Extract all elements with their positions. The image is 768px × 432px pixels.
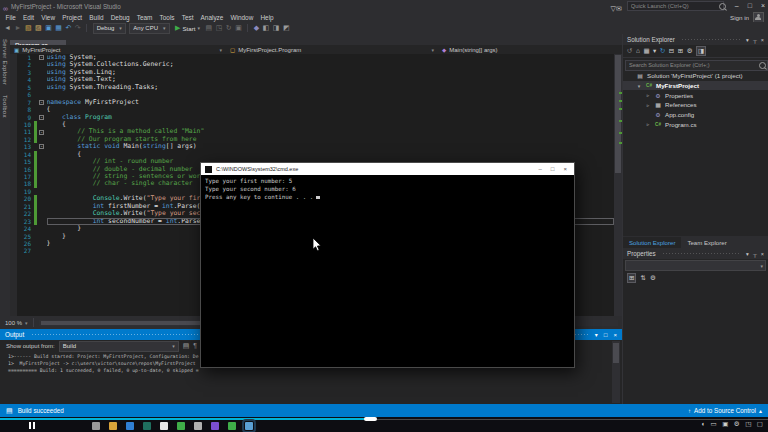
code-line-14[interactable]: 14 { xyxy=(10,151,614,158)
code-line-5[interactable]: 5using System.Threading.Tasks; xyxy=(10,84,614,91)
tree-item-program-cs[interactable]: ▹C#Program.cs xyxy=(623,119,768,129)
code-line-6[interactable]: 6 xyxy=(10,91,614,98)
menu-edit[interactable]: Edit xyxy=(20,14,38,21)
collapse-region-icon[interactable]: - xyxy=(39,144,44,149)
menu-project[interactable]: Project xyxy=(59,14,86,21)
navigate-forward-icon[interactable]: ► xyxy=(14,24,21,32)
code-line-3[interactable]: 3using System.Linq; xyxy=(10,69,614,76)
collapse-region-icon[interactable]: - xyxy=(39,115,44,120)
tree-item-properties[interactable]: ▹⚙Properties xyxy=(623,90,768,100)
switch-views-icon[interactable]: ▦ xyxy=(643,47,649,55)
categorized-icon[interactable]: ⊞ xyxy=(627,273,636,283)
nav-project-dropdown[interactable]: ▣ MyFirstProject▾ xyxy=(10,45,226,54)
console-window[interactable]: C:\WINDOWS\system32\cmd.exe –□× Type you… xyxy=(200,162,575,368)
solution-platform-select[interactable]: Any CPU▾ xyxy=(129,23,169,34)
settings-icon[interactable]: ⚙ xyxy=(734,420,740,428)
console-minimize-button[interactable]: – xyxy=(539,165,542,173)
close-button[interactable]: × xyxy=(761,2,765,10)
menu-view[interactable]: View xyxy=(38,14,59,21)
expander-icon[interactable]: ▾ xyxy=(636,83,642,89)
solution-platforms-icon[interactable]: ▤ xyxy=(206,24,213,32)
bookmark-next-icon[interactable]: ◧ xyxy=(263,24,270,32)
new-project-icon[interactable]: ▧ xyxy=(25,24,32,32)
property-pages-icon[interactable]: ⚙ xyxy=(650,274,656,282)
code-line-12[interactable]: 12 // Our program starts from here xyxy=(10,136,614,143)
scrollbar-thumb[interactable] xyxy=(615,55,621,173)
code-line-8[interactable]: 8{ xyxy=(10,106,614,113)
code-line-11[interactable]: 11- // This is a method called "Main" xyxy=(10,128,614,135)
menu-help[interactable]: Help xyxy=(257,14,277,21)
taskbar-app-8[interactable] xyxy=(211,422,219,430)
code-line-13[interactable]: 13- static void Main(string[] args) xyxy=(10,143,614,150)
preview-selected-items-icon[interactable]: ◨ xyxy=(696,46,706,56)
output-scrollbar[interactable] xyxy=(612,341,620,403)
solution-explorer-header[interactable]: Solution Explorer ▾┬× xyxy=(623,34,768,45)
maximize-button[interactable]: □ xyxy=(748,2,752,10)
panel-tab-solution-explorer[interactable]: Solution Explorer xyxy=(623,237,681,248)
close-panel-icon[interactable]: × xyxy=(761,250,764,258)
nav-member-dropdown[interactable]: ◆ Main(string[] args) xyxy=(438,45,622,54)
captions-icon[interactable]: ▭ xyxy=(711,420,717,428)
menu-file[interactable]: File xyxy=(2,14,20,21)
bookmark-icon[interactable]: ◆ xyxy=(254,24,259,32)
collapse-region-icon[interactable]: - xyxy=(39,130,44,135)
menu-build[interactable]: Build xyxy=(86,14,107,21)
alphabetical-icon[interactable]: ⇅ xyxy=(640,274,645,282)
taskbar-app-3[interactable] xyxy=(126,422,134,430)
word-wrap-icon[interactable]: ¶ xyxy=(193,342,197,350)
scrollbar-thumb[interactable] xyxy=(41,321,226,325)
editor-vertical-scrollbar[interactable] xyxy=(614,54,622,316)
attach-icon[interactable]: ◳ xyxy=(216,24,223,32)
taskbar-app-2[interactable] xyxy=(109,422,117,430)
code-line-10[interactable]: 10 { xyxy=(10,121,614,128)
home-icon[interactable]: ⌂ xyxy=(636,47,640,55)
code-line-7[interactable]: 7-namespace MyFirstProject xyxy=(10,99,614,106)
bookmark-clear-icon[interactable]: ◩ xyxy=(283,24,290,32)
player-progress-thumb[interactable] xyxy=(364,417,377,421)
window-position-icon[interactable]: ▾ xyxy=(595,331,598,339)
sync-with-active-document-icon[interactable]: ↻ xyxy=(660,47,665,55)
taskbar-app-6[interactable] xyxy=(177,422,185,430)
fullscreen-icon[interactable]: ▢ xyxy=(757,420,763,428)
solution-configuration-select[interactable]: Debug▾ xyxy=(93,23,126,34)
views-dropdown-icon[interactable]: ▾ xyxy=(653,47,656,55)
user-avatar-icon[interactable] xyxy=(753,12,764,23)
tab-server-explorer[interactable]: Server Explorer xyxy=(2,39,8,85)
quick-launch-input[interactable] xyxy=(627,1,724,11)
expander-icon[interactable]: ▹ xyxy=(645,121,651,127)
save-icon[interactable]: ▣ xyxy=(45,24,52,32)
solution-explorer-search-input[interactable] xyxy=(625,60,768,71)
properties-object-select[interactable]: ▾ xyxy=(625,260,766,271)
tab-toolbox[interactable]: Toolbox xyxy=(2,95,8,118)
pip-icon[interactable]: ◳ xyxy=(745,420,751,428)
zoom-level-select[interactable]: 100 % xyxy=(5,320,22,326)
tree-item-references[interactable]: ▹▦References xyxy=(623,100,768,110)
collapse-region-icon[interactable]: - xyxy=(39,100,44,105)
maximize-panel-icon[interactable]: □ xyxy=(604,331,608,339)
minimize-button[interactable]: – xyxy=(735,2,739,10)
menu-analyze[interactable]: Analyze xyxy=(197,14,227,21)
nav-type-dropdown[interactable]: ▢ MyFirstProject.Program▾ xyxy=(226,45,438,54)
player-progress-played[interactable] xyxy=(0,418,368,420)
sign-in-link[interactable]: Sign in xyxy=(730,14,749,21)
menu-tools[interactable]: Tools xyxy=(156,14,178,21)
console-title-bar[interactable]: C:\WINDOWS\system32\cmd.exe –□× xyxy=(201,163,574,175)
navigate-backward-icon[interactable]: ◄ xyxy=(4,24,11,32)
taskbar-app-9[interactable] xyxy=(228,422,236,430)
show-all-files-icon[interactable]: ⊞ xyxy=(678,47,683,55)
collapse-all-icon[interactable]: ⊟ xyxy=(669,47,674,55)
refresh-icon[interactable]: ↻ xyxy=(226,24,232,32)
undo-icon[interactable]: ↶ xyxy=(65,24,71,32)
console-maximize-button[interactable]: □ xyxy=(551,165,555,173)
menu-test[interactable]: Test xyxy=(178,14,197,21)
menu-team[interactable]: Team xyxy=(133,14,156,21)
taskbar-app-5[interactable] xyxy=(160,422,168,430)
code-line-9[interactable]: 9- class Program xyxy=(10,114,614,121)
output-source-select[interactable]: Build▾ xyxy=(59,341,179,352)
menu-window[interactable]: Window xyxy=(227,14,257,21)
expand-up-icon[interactable]: ▴ xyxy=(759,407,762,414)
chevron-down-icon[interactable]: ▾ xyxy=(25,320,28,326)
cast-icon[interactable]: ▣ xyxy=(722,420,728,428)
code-line-1[interactable]: 1-using System; xyxy=(10,54,614,61)
taskbar-app-10[interactable] xyxy=(245,422,253,430)
